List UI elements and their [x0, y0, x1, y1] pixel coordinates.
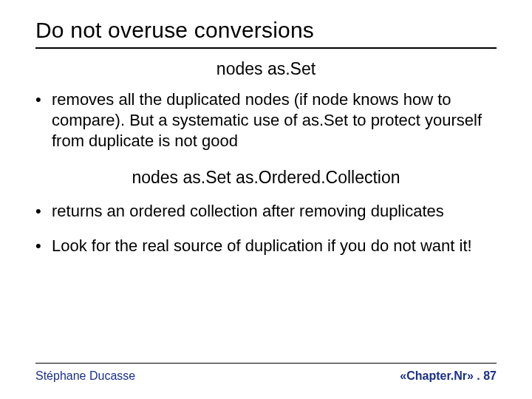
- bullet-group-1: removes all the duplicated nodes (if nod…: [35, 89, 497, 151]
- code-snippet-2: nodes as.Set as.Ordered.Collection: [35, 168, 497, 188]
- footer: Stéphane Ducasse «Chapter.Nr» . 87: [35, 363, 497, 383]
- bullet-item: returns an ordered collection after remo…: [35, 201, 497, 222]
- bullet-group-2: returns an ordered collection after remo…: [35, 201, 497, 256]
- slide: Do not overuse conversions nodes as.Set …: [0, 0, 532, 399]
- footer-row: Stéphane Ducasse «Chapter.Nr» . 87: [35, 369, 497, 383]
- code-snippet-1: nodes as.Set: [35, 59, 497, 79]
- footer-divider: [35, 363, 497, 364]
- slide-title: Do not overuse conversions: [35, 18, 497, 43]
- bullet-item: removes all the duplicated nodes (if nod…: [35, 89, 497, 151]
- title-divider: [35, 47, 497, 49]
- bullet-item: Look for the real source of duplication …: [35, 236, 497, 256]
- footer-author: Stéphane Ducasse: [35, 369, 135, 383]
- footer-page: «Chapter.Nr» . 87: [400, 369, 497, 383]
